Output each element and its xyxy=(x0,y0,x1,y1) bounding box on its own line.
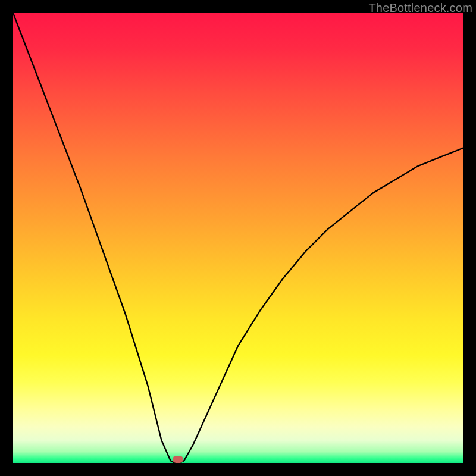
bottleneck-curve xyxy=(13,13,463,463)
minimum-marker xyxy=(173,456,183,463)
chart-plot-area xyxy=(13,13,463,463)
watermark-text: TheBottleneck.com xyxy=(368,1,472,15)
